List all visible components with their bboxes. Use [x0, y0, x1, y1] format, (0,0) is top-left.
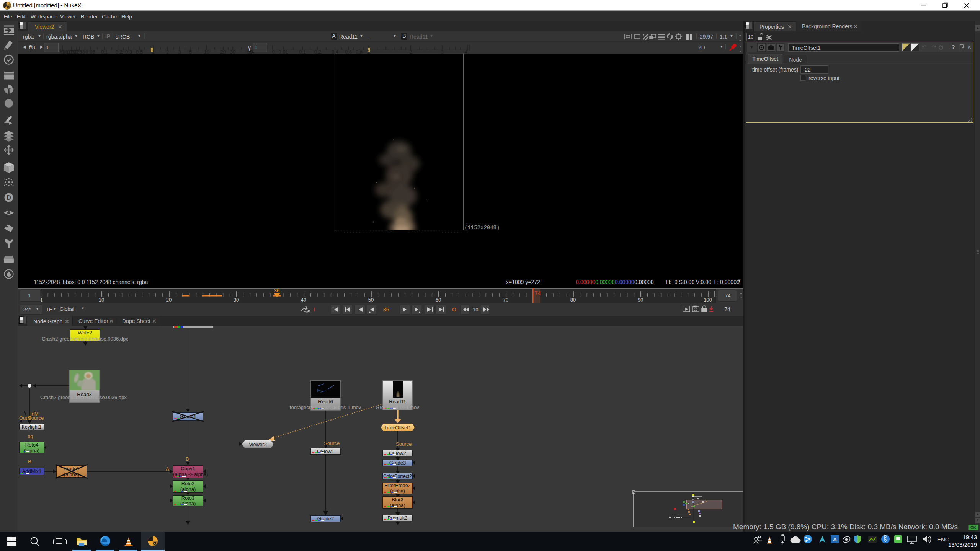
- svg-text:1: 1: [152, 49, 154, 54]
- svg-text:30: 30: [234, 297, 239, 303]
- svg-text:0.5: 0.5: [136, 49, 143, 54]
- svg-text:36: 36: [274, 289, 279, 293]
- svg-text:30: 30: [230, 49, 235, 54]
- svg-text:3: 3: [441, 49, 443, 54]
- svg-text:0.3: 0.3: [125, 49, 132, 54]
- svg-text:10: 10: [99, 297, 104, 303]
- svg-text:36: 36: [383, 306, 389, 313]
- svg-text:10: 10: [473, 307, 478, 313]
- svg-text:3: 3: [178, 49, 181, 54]
- svg-text:1: 1: [41, 297, 43, 303]
- svg-text:4: 4: [464, 49, 467, 54]
- svg-text:80: 80: [570, 297, 576, 303]
- svg-text:70: 70: [503, 297, 508, 303]
- svg-text:50: 50: [368, 297, 374, 303]
- svg-text:74: 74: [535, 290, 541, 296]
- svg-text:0.2: 0.2: [116, 49, 122, 54]
- svg-text:100: 100: [704, 297, 712, 303]
- svg-text:1: 1: [367, 49, 370, 54]
- svg-text:I: I: [314, 306, 315, 313]
- svg-text:0: 0: [272, 49, 274, 54]
- svg-text:20: 20: [166, 297, 172, 303]
- svg-text:O: O: [452, 306, 456, 313]
- svg-text:0.6: 0.6: [345, 49, 352, 54]
- svg-text:40: 40: [301, 297, 306, 303]
- svg-text:0.1: 0.1: [101, 49, 108, 54]
- svg-text:2: 2: [409, 49, 412, 54]
- svg-text:A: A: [833, 536, 837, 543]
- svg-text:10: 10: [204, 49, 209, 54]
- svg-text:2: 2: [166, 49, 169, 54]
- svg-text:60: 60: [436, 297, 441, 303]
- svg-text:0.8: 0.8: [356, 49, 363, 54]
- svg-text:0.01: 0.01: [278, 49, 288, 54]
- svg-text:20: 20: [220, 49, 226, 54]
- svg-text:0.03: 0.03: [75, 49, 85, 54]
- svg-text:90: 90: [638, 297, 643, 303]
- svg-text:0.4: 0.4: [332, 49, 338, 54]
- svg-text:D: D: [7, 194, 11, 201]
- svg-text:5: 5: [189, 49, 191, 54]
- svg-text:0.2: 0.2: [314, 49, 321, 54]
- svg-text:0.1: 0.1: [299, 49, 306, 54]
- svg-text:0.05: 0.05: [85, 49, 95, 54]
